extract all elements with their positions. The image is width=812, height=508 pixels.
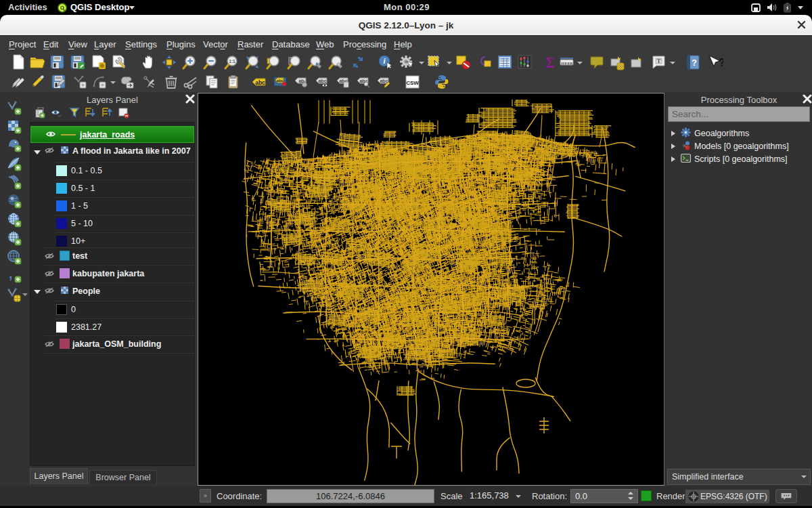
svg-text:T: T xyxy=(656,58,660,64)
svg-text:abc: abc xyxy=(380,79,388,83)
svg-text:?: ? xyxy=(719,57,723,68)
svg-text:?: ? xyxy=(692,58,697,68)
svg-text:abc: abc xyxy=(255,79,265,86)
svg-text:CSW: CSW xyxy=(406,80,419,86)
svg-text:Σ: Σ xyxy=(545,54,554,70)
svg-text:1:1: 1:1 xyxy=(229,59,235,64)
svg-text:,: , xyxy=(9,268,13,281)
svg-text:abc: abc xyxy=(277,79,284,83)
svg-text:abc: abc xyxy=(318,79,326,83)
